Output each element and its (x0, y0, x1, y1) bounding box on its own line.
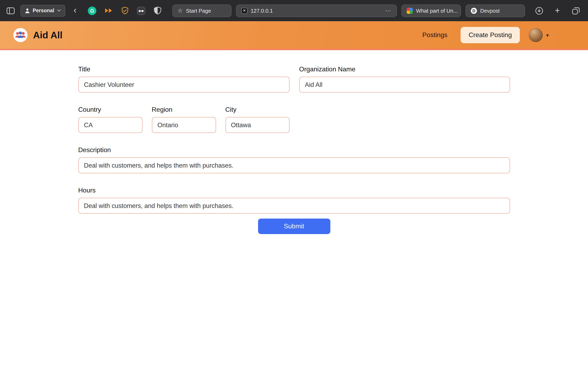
favicon-close-icon: ✕ (241, 8, 247, 14)
privacy-mask-extension-button[interactable] (136, 6, 146, 16)
tab-label: Devpost (480, 8, 500, 14)
region-input[interactable] (152, 117, 216, 133)
brand: Aid All (13, 28, 62, 42)
fast-forward-extension-button[interactable] (104, 6, 113, 16)
tab-label: Start Page (186, 8, 211, 14)
organization-field: Organization Name (299, 65, 510, 92)
create-posting-form: Title Organization Name Country Region (78, 65, 510, 234)
hours-field: Hours (78, 186, 510, 214)
tab-url-label: 127.0.0.1 (251, 8, 273, 14)
country-field: Country (78, 106, 142, 133)
nav-postings-link[interactable]: Postings (423, 31, 448, 39)
brand-title: Aid All (33, 30, 62, 41)
organization-input[interactable] (299, 77, 510, 92)
title-input[interactable] (78, 77, 289, 92)
grammarly-extension-button[interactable]: G (87, 6, 97, 16)
city-label: City (225, 106, 289, 113)
description-label: Description (78, 146, 510, 154)
shield-check-icon (121, 6, 129, 15)
extensions-bar: G (87, 6, 163, 16)
country-input[interactable] (78, 117, 142, 133)
tab-overview-button[interactable] (570, 5, 581, 16)
organization-label: Organization Name (299, 65, 510, 73)
user-menu[interactable]: ▾ (529, 28, 549, 42)
tab-strip: ☆ Start Page ✕ 127.0.0.1 ⋯ What part of … (172, 4, 525, 17)
download-icon (535, 7, 543, 15)
profile-button[interactable]: Personal (20, 5, 65, 17)
google-favicon (407, 8, 413, 14)
title-label: Title (78, 65, 289, 73)
app-nav: Postings Create Posting ▾ (423, 27, 549, 43)
browser-chrome: Personal ‹ G ☆ St (0, 0, 588, 21)
aid-all-logo (13, 28, 28, 42)
tab-start-page[interactable]: ☆ Start Page (172, 4, 232, 17)
shield-check-extension-button[interactable] (120, 6, 130, 16)
chevron-down-icon (57, 9, 61, 12)
sidebar-toggle-button[interactable] (5, 5, 16, 16)
tab-active-localhost[interactable]: ✕ 127.0.0.1 ⋯ (236, 4, 397, 17)
chrome-right-controls: + (533, 5, 581, 16)
form-row-location: Country Region City (78, 106, 510, 133)
caret-down-icon: ▾ (546, 33, 549, 38)
plus-icon: + (555, 6, 560, 15)
city-field: City (225, 106, 289, 133)
devpost-favicon: D (471, 8, 477, 14)
back-button[interactable]: ‹ (69, 5, 81, 16)
back-chevron-icon: ‹ (73, 6, 77, 15)
person-icon (25, 8, 30, 13)
region-label: Region (152, 106, 216, 113)
country-label: Country (78, 106, 142, 113)
grammarly-icon: G (88, 6, 96, 15)
mask-glasses-icon (137, 6, 146, 15)
description-input[interactable] (78, 157, 510, 173)
region-field: Region (152, 106, 216, 133)
new-tab-button[interactable]: + (552, 5, 563, 16)
star-icon: ☆ (178, 7, 183, 14)
shield-extension-button[interactable] (153, 6, 163, 16)
app-header: Aid All Postings Create Posting ▾ (0, 21, 588, 50)
tab-overview-icon (572, 7, 580, 15)
fast-forward-icon (104, 8, 113, 13)
tab-google-doc[interactable]: What part of Un... (401, 4, 461, 17)
title-field: Title (78, 65, 289, 92)
form-row-title-org: Title Organization Name (78, 65, 510, 92)
hours-label: Hours (78, 186, 510, 194)
city-input[interactable] (225, 117, 289, 133)
profile-label: Personal (33, 8, 54, 13)
description-field: Description (78, 146, 510, 173)
tab-options-ellipsis-icon[interactable]: ⋯ (385, 7, 392, 14)
half-shield-icon (154, 7, 161, 15)
tab-devpost[interactable]: D Devpost (466, 4, 525, 17)
tab-label: What part of Un... (416, 8, 458, 14)
screen: Personal ‹ G ☆ St (0, 0, 588, 367)
create-posting-button[interactable]: Create Posting (460, 27, 520, 43)
downloads-button[interactable] (533, 5, 545, 16)
close-glyph: ✕ (243, 8, 246, 13)
submit-row: Submit (78, 218, 510, 234)
submit-button[interactable]: Submit (258, 218, 330, 234)
sidebar-icon (7, 7, 15, 14)
user-avatar[interactable] (529, 28, 543, 42)
main-content: Title Organization Name Country Region (0, 50, 588, 234)
hours-input[interactable] (78, 198, 510, 214)
